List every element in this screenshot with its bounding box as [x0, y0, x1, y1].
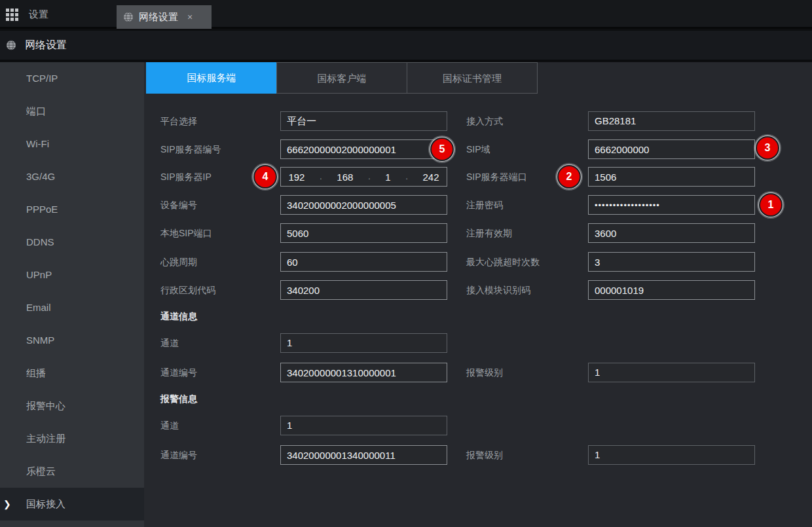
alarm-channel-select[interactable]: 1 — [280, 416, 447, 435]
register-valid-input[interactable] — [588, 223, 755, 243]
heartbeat-label: 心跳周期 — [160, 252, 197, 272]
ip-octet-1[interactable]: 192 — [288, 172, 304, 183]
alarm-info-section-title: 报警信息 — [160, 393, 197, 405]
tab-network-settings[interactable]: 网络设置 × — [117, 5, 212, 29]
tab-gb-client[interactable]: 国标客户端 — [276, 62, 407, 94]
heartbeat-input[interactable] — [280, 252, 447, 272]
max-heartbeat-label: 最大心跳超时次数 — [466, 252, 540, 272]
sidebar-item-gb28181[interactable]: ❯ 国标接入 — [0, 488, 144, 520]
gb28181-settings-panel: 国标服务端 国标客户端 国标证书管理 平台选择 平台一 接入方式 GB28181… — [144, 62, 812, 527]
callout-badge-1: 1 — [760, 194, 781, 215]
ip-octet-3[interactable]: 1 — [385, 172, 390, 183]
page-title: 网络设置 — [25, 39, 67, 52]
home-tab-settings[interactable]: 设置 — [0, 0, 115, 29]
home-tab-label: 设置 — [29, 9, 48, 21]
sip-domain-input[interactable] — [588, 139, 755, 159]
register-password-input[interactable] — [588, 195, 755, 215]
sidebar-network-menu: TCP/IP 端口 Wi-Fi 3G/4G PPPoE DDNS UPnP Em… — [0, 62, 144, 527]
sidebar-item-3g4g[interactable]: 3G/4G — [0, 160, 144, 193]
sidebar-item-alarm-center[interactable]: 报警中心 — [0, 390, 144, 422]
callout-badge-4: 4 — [255, 166, 276, 187]
sidebar-item-lechange[interactable]: 乐橙云 — [0, 455, 144, 488]
admin-area-code-label: 行政区划代码 — [160, 280, 215, 300]
sidebar-item-gb28181-label: 国标接入 — [26, 498, 65, 509]
access-mode-select-value: GB28181 — [595, 115, 636, 126]
sidebar-item-email[interactable]: Email — [0, 291, 144, 324]
alarm-level2-select[interactable]: 1 — [588, 445, 755, 465]
admin-area-code-input[interactable] — [280, 280, 447, 300]
local-sip-port-input[interactable] — [280, 223, 447, 243]
device-id-input[interactable] — [280, 195, 447, 215]
platform-label: 平台选择 — [160, 111, 197, 131]
sidebar-item-pppoe[interactable]: PPPoE — [0, 193, 144, 226]
globe-icon — [6, 40, 16, 50]
sip-server-id-label: SIP服务器编号 — [160, 139, 221, 159]
local-sip-port-label: 本地SIP端口 — [160, 223, 212, 243]
register-valid-label: 注册有效期 — [466, 223, 512, 243]
channel-label: 通道 — [160, 333, 179, 353]
sidebar-item-multicast[interactable]: 组播 — [0, 357, 144, 390]
device-id-label: 设备编号 — [160, 195, 197, 215]
globe-icon — [123, 12, 134, 22]
module-id-label: 接入模块识别码 — [466, 280, 530, 300]
alarm-level-select-value: 1 — [595, 367, 600, 378]
ip-dot: . — [368, 172, 370, 181]
sidebar-item-port[interactable]: 端口 — [0, 95, 144, 128]
access-mode-select[interactable]: GB28181 — [588, 111, 755, 131]
channel-select-value: 1 — [287, 337, 292, 348]
module-id-input[interactable] — [588, 280, 755, 300]
callout-badge-3: 3 — [757, 137, 778, 158]
tab-close-icon[interactable]: × — [187, 12, 193, 22]
tab-gb-cert[interactable]: 国标证书管理 — [407, 62, 538, 94]
ip-dot: . — [405, 172, 407, 181]
chevron-right-icon: ❯ — [3, 488, 11, 520]
platform-select[interactable]: 平台一 — [280, 111, 447, 131]
callout-badge-5: 5 — [432, 139, 452, 160]
sidebar-item-auto-register[interactable]: 主动注册 — [0, 422, 144, 455]
platform-select-value: 平台一 — [287, 115, 316, 126]
apps-grid-icon — [6, 9, 18, 21]
sidebar-item-ddns[interactable]: DDNS — [0, 226, 144, 259]
channel-id-input[interactable] — [280, 363, 447, 382]
gb28181-tab-bar: 国标服务端 国标客户端 国标证书管理 — [146, 62, 538, 94]
tab-gb-server[interactable]: 国标服务端 — [146, 62, 277, 94]
sip-domain-label: SIP域 — [466, 139, 490, 159]
channel-id-label: 通道编号 — [160, 363, 197, 382]
sidebar-item-snmp[interactable]: SNMP — [0, 324, 144, 357]
page-header: 网络设置 — [0, 31, 812, 61]
access-mode-label: 接入方式 — [466, 111, 503, 131]
tab-network-settings-label: 网络设置 — [139, 11, 178, 24]
sidebar-item-wifi[interactable]: Wi-Fi — [0, 128, 144, 160]
top-tab-bar: 设置 网络设置 × — [0, 0, 812, 29]
alarm-channel-id-label: 通道编号 — [160, 445, 197, 465]
ip-dot: . — [320, 172, 322, 181]
alarm-level-select[interactable]: 1 — [588, 363, 755, 382]
ip-octet-4[interactable]: 242 — [423, 172, 439, 183]
sip-server-port-label: SIP服务器端口 — [466, 167, 527, 187]
ip-octet-2[interactable]: 168 — [337, 172, 353, 183]
sip-server-id-input[interactable] — [280, 139, 447, 159]
alarm-channel-label: 通道 — [160, 416, 179, 435]
alarm-level-label: 报警级别 — [466, 363, 503, 382]
sip-server-ip-input[interactable]: 192 . 168 . 1 . 242 — [280, 167, 447, 187]
sip-server-ip-label: SIP服务器IP — [160, 167, 212, 187]
alarm-channel-select-value: 1 — [287, 420, 292, 431]
sidebar-item-tcpip[interactable]: TCP/IP — [0, 62, 144, 95]
alarm-level2-label: 报警级别 — [466, 445, 503, 465]
sip-server-port-input[interactable] — [588, 167, 755, 187]
sidebar-item-upnp[interactable]: UPnP — [0, 259, 144, 291]
callout-badge-2: 2 — [559, 166, 580, 187]
channel-select[interactable]: 1 — [280, 333, 447, 353]
register-password-label: 注册密码 — [466, 195, 503, 215]
max-heartbeat-input[interactable] — [588, 252, 755, 272]
alarm-level2-select-value: 1 — [595, 449, 600, 460]
alarm-channel-id-input[interactable] — [280, 445, 447, 465]
channel-info-section-title: 通道信息 — [160, 311, 197, 323]
